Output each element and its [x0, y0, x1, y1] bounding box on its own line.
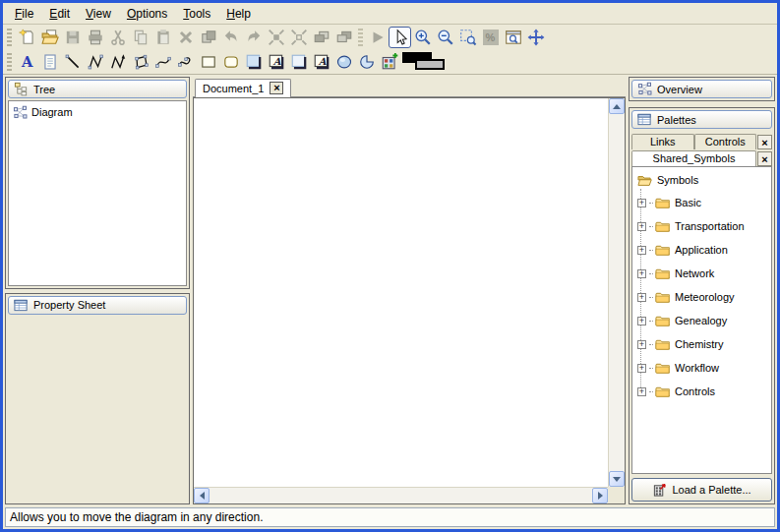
tree-panel: Tree Diagram: [5, 77, 190, 289]
select-tool-button[interactable]: [389, 27, 411, 48]
print-button: [84, 27, 106, 48]
redo-button: [242, 27, 265, 48]
expand-icon[interactable]: +: [637, 317, 646, 325]
palettes-header[interactable]: Palettes: [631, 110, 772, 129]
expand-icon[interactable]: +: [637, 387, 646, 396]
diagram-canvas[interactable]: [194, 98, 608, 487]
fit-to-contents-button[interactable]: [456, 27, 479, 48]
palette-folder-transportation[interactable]: + Transportation: [634, 214, 771, 238]
expand-icon[interactable]: +: [637, 246, 646, 255]
color-swatches-button[interactable]: [402, 52, 451, 72]
property-sheet-header[interactable]: Property Sheet: [8, 296, 187, 315]
polygon-tool-button[interactable]: [129, 51, 151, 73]
expand-icon[interactable]: +: [637, 199, 646, 207]
label-tool-button[interactable]: A: [265, 51, 287, 73]
property-sheet-title: Property Sheet: [33, 299, 105, 311]
palette-tab-row-1: Links Controls ×: [631, 133, 772, 149]
filled-rectangle-tool-button[interactable]: [242, 51, 265, 73]
menu-options[interactable]: Options: [119, 5, 175, 23]
palette-folder-controls[interactable]: + Controls: [634, 380, 771, 403]
toolbar-grip[interactable]: [7, 53, 12, 71]
menu-view-mnemonic: V: [86, 7, 93, 21]
palette-folder-label: Network: [675, 267, 714, 279]
open-document-button[interactable]: [38, 27, 61, 48]
scroll-left-button[interactable]: [194, 488, 210, 503]
expand-icon[interactable]: +: [637, 364, 646, 373]
tree-connector: [649, 297, 653, 298]
expand-icon[interactable]: +: [637, 340, 646, 349]
menu-view[interactable]: View: [78, 5, 119, 23]
palette-folder-network[interactable]: + Network: [634, 262, 771, 285]
menu-tools[interactable]: Tools: [175, 5, 218, 23]
palette-tab-close-icon[interactable]: ×: [757, 151, 772, 166]
menu-help[interactable]: Help: [218, 5, 259, 23]
filled-rectangle-2-tool-button[interactable]: [287, 51, 310, 73]
menu-edit[interactable]: Edit: [41, 5, 78, 23]
arc-icon: [358, 53, 376, 71]
line-tool-button[interactable]: [61, 51, 84, 73]
palette-folder-genealogy[interactable]: + Genealogy: [634, 309, 771, 332]
palette-folder-basic[interactable]: + Basic: [634, 191, 771, 214]
palette-folder-application[interactable]: + Application: [634, 238, 771, 262]
save-button: [61, 27, 84, 48]
scroll-up-button[interactable]: [609, 98, 625, 114]
fit-to-contents-icon: [459, 29, 477, 46]
palette-folder-meteorology[interactable]: + Meteorology: [634, 285, 771, 309]
closed-spline-tool-button[interactable]: [174, 51, 197, 73]
down-arrow-icon: [613, 477, 621, 482]
new-document-button[interactable]: [16, 27, 38, 48]
overview-window-button[interactable]: [502, 27, 524, 48]
note-tool-button[interactable]: [38, 51, 61, 73]
tree-panel-header[interactable]: Tree: [8, 80, 187, 98]
palette-folder-label: Controls: [675, 385, 715, 397]
palette-folder-workflow[interactable]: + Workflow: [634, 356, 771, 380]
palette-folder-chemistry[interactable]: + Chemistry: [634, 332, 771, 356]
property-sheet-icon: [14, 298, 29, 313]
left-arrow-icon: [200, 492, 205, 500]
zoom-out-button[interactable]: [434, 27, 456, 48]
expand-icon[interactable]: +: [637, 269, 646, 278]
rectangle-tool-button[interactable]: [197, 51, 219, 73]
horizontal-scrollbar[interactable]: [194, 487, 608, 503]
palette-root-row[interactable]: Symbols: [634, 169, 771, 191]
rounded-rectangle-tool-button[interactable]: [219, 51, 242, 73]
ellipse-tool-button[interactable]: [332, 51, 355, 73]
zoom-in-button[interactable]: [411, 27, 434, 48]
add-symbol-palette-button[interactable]: [378, 51, 400, 73]
group-icon: [268, 29, 285, 46]
scroll-right-button[interactable]: [592, 488, 608, 503]
palette-tab-controls[interactable]: Controls: [694, 134, 757, 149]
expand-icon[interactable]: +: [637, 293, 646, 302]
spline-tool-button[interactable]: [151, 51, 174, 73]
polyline-arrow-tool-button[interactable]: [106, 51, 129, 73]
tree-item-label: Diagram: [31, 106, 73, 118]
load-palette-button[interactable]: Load a Palette...: [631, 478, 772, 502]
polyline-tool-button[interactable]: [84, 51, 106, 73]
document-tab[interactable]: Document_1 ×: [195, 79, 291, 97]
document-tab-close-icon[interactable]: ×: [270, 82, 283, 94]
stroke-color-swatch[interactable]: [415, 59, 445, 70]
menu-file[interactable]: File: [7, 5, 41, 23]
palette-tab-close-icon[interactable]: ×: [757, 135, 772, 149]
text-tool-button[interactable]: A: [16, 51, 38, 73]
toolbar-grip[interactable]: [7, 29, 12, 46]
palette-tab-links[interactable]: Links: [631, 134, 694, 149]
palette-tab-shared-symbols[interactable]: Shared_Symbols: [631, 150, 756, 166]
menu-help-rest: elp: [235, 7, 251, 21]
select-arrow-icon: [391, 29, 409, 46]
scroll-down-button[interactable]: [609, 471, 625, 487]
label-2-tool-button[interactable]: A: [310, 51, 332, 73]
arc-tool-button[interactable]: [355, 51, 378, 73]
folder-icon: [654, 266, 671, 281]
palette-folder-label: Transportation: [675, 220, 745, 232]
pan-button[interactable]: [524, 27, 547, 48]
expand-icon[interactable]: +: [637, 222, 646, 231]
tree-content: Diagram: [8, 100, 187, 286]
folder-icon: [654, 219, 671, 234]
delete-button: [174, 27, 197, 48]
rounded-rectangle-icon: [222, 53, 240, 71]
overview-header[interactable]: Overview: [631, 80, 772, 98]
copy-icon: [132, 29, 150, 46]
tree-item-diagram[interactable]: Diagram: [11, 103, 184, 121]
vertical-scrollbar[interactable]: [608, 98, 625, 487]
